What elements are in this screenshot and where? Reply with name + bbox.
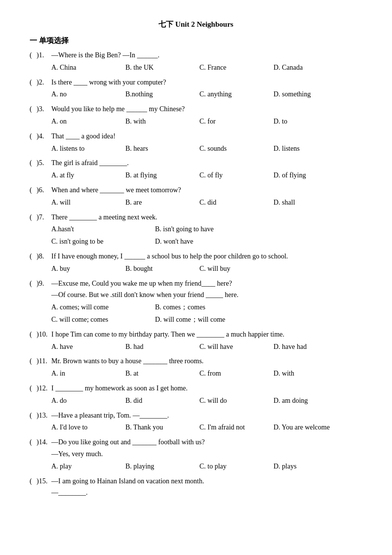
option: D. with	[274, 368, 343, 380]
options-line2: C. will come; comesD. will come；will com…	[51, 314, 362, 326]
options-line: A. doB. didC. will doD. am doing	[51, 395, 362, 407]
option: C. isn't going to be	[51, 236, 150, 248]
option: B. Thank you	[125, 422, 195, 433]
question-text: If I have enough money, I ______ a schoo…	[51, 251, 362, 262]
options-line: A. buyB. boughtC. will buy	[51, 263, 362, 275]
option: C. sounds	[199, 143, 269, 155]
question-block: ()8.If I have enough money, I ______ a s…	[30, 251, 362, 275]
question-text: There ________ a meeting next week.	[51, 212, 362, 223]
options-line: A. inB. atC. fromD. with	[51, 368, 362, 380]
option: C. will have	[199, 341, 269, 353]
question-number: )3.	[37, 103, 51, 115]
question-block: ()7.There ________ a meeting next week.A…	[30, 212, 362, 248]
paren: (	[30, 329, 37, 341]
options-line1: A.hasn'tB. isn't going to have	[51, 223, 362, 235]
question-line-5: ()5.The girl is afraid ________.	[30, 157, 362, 169]
question-line-7: ()7.There ________ a meeting next week.	[30, 212, 362, 223]
question-text: —Have a pleasant trip, Tom. —________.	[51, 410, 362, 422]
option: A. do	[51, 395, 120, 407]
option: B. playing	[125, 461, 195, 472]
question-text: Would you like to help me ______ my Chin…	[51, 103, 362, 115]
question-line-15: ()15.—I am going to Hainan Island on vac…	[30, 475, 362, 487]
question-line-1: ()1.—Where is the Big Ben? —In ______.	[30, 49, 362, 61]
question-line-9: ()9.—Excuse me, Could you wake me up whe…	[30, 278, 362, 290]
question-number: )10.	[37, 329, 51, 341]
question-line-4: ()4.That ____ a good idea!	[30, 130, 362, 142]
question-line-6: ()6.When and where _______ we meet tomor…	[30, 184, 362, 196]
option: B. isn't going to have	[155, 223, 254, 235]
question-block: ()3.Would you like to help me ______ my …	[30, 103, 362, 128]
option: C. I'm afraid not	[199, 422, 269, 433]
option: A. in	[51, 368, 120, 380]
option: D. shall	[274, 197, 343, 209]
question-line-2: ()2.Is there ____ wrong with your comput…	[30, 77, 362, 88]
question-text: I ________ my homework as soon as I get …	[51, 383, 362, 394]
options-line: A. onB. withC. forD. to	[51, 116, 362, 128]
question-number: )2.	[37, 77, 51, 88]
question-text: When and where _______ we meet tomorrow?	[51, 184, 362, 196]
option: C. from	[199, 368, 269, 380]
option: A. play	[51, 461, 120, 472]
option: A. no	[51, 88, 120, 100]
question-line-8: ()8.If I have enough money, I ______ a s…	[30, 251, 362, 262]
question-number: )14.	[37, 436, 51, 448]
question-text2: —________.	[51, 487, 362, 499]
question-number: )13.	[37, 410, 51, 422]
question-number: )4.	[37, 130, 51, 142]
paren: (	[30, 103, 37, 115]
option: B. at	[125, 368, 195, 380]
option: D. am doing	[274, 395, 343, 407]
question-block: ()14.—Do you like going out and _______ …	[30, 436, 362, 472]
question-line-14: ()14.—Do you like going out and _______ …	[30, 436, 362, 448]
paren: (	[30, 212, 37, 223]
paren: (	[30, 251, 37, 262]
options-line1: A. comes; will comeB. comes；comes	[51, 301, 362, 313]
question-text: That ____ a good idea!	[51, 130, 362, 142]
paren: (	[30, 383, 37, 394]
question-text: —I am going to Hainan Island on vacation…	[51, 475, 362, 487]
option: B. comes；comes	[155, 301, 254, 313]
option: B. did	[125, 395, 195, 407]
option: D. of flying	[274, 170, 343, 181]
question-block: ()5.The girl is afraid ________.A. at fl…	[30, 157, 362, 181]
question-line-11: ()11.Mr. Brown wants to buy a house ____…	[30, 355, 362, 367]
option: C. anything	[199, 88, 269, 100]
paren: (	[30, 278, 37, 290]
question-line-12: ()12.I ________ my homework as soon as I…	[30, 383, 362, 394]
option: A. China	[51, 62, 120, 74]
option: B. at flying	[125, 170, 195, 181]
options-line: A. haveB. hadC. will haveD. have had	[51, 341, 362, 353]
option: A.hasn't	[51, 223, 150, 235]
paren: (	[30, 410, 37, 422]
option: C. will come; comes	[51, 314, 150, 326]
question-number: )12.	[37, 383, 51, 394]
question-number: )5.	[37, 157, 51, 169]
options-line: A. listens toB. hearsC. soundsD. listens	[51, 143, 362, 155]
option: A. I'd love to	[51, 422, 120, 433]
paren: (	[30, 436, 37, 448]
question-number: )15.	[37, 475, 51, 487]
option: B. with	[125, 116, 195, 128]
options-line: A. playB. playingC. to playD. plays	[51, 461, 362, 472]
option: B. the UK	[125, 62, 195, 74]
question-text: Mr. Brown wants to buy a house _______ t…	[51, 355, 362, 367]
question-line-13: ()13.—Have a pleasant trip, Tom. —______…	[30, 410, 362, 422]
options-line: A. willB. areC. didD. shall	[51, 197, 362, 209]
option: D. won't have	[155, 236, 254, 248]
question-line-3: ()3.Would you like to help me ______ my …	[30, 103, 362, 115]
option: D. have had	[274, 341, 343, 353]
option: D. something	[274, 88, 343, 100]
question-text: Is there ____ wrong with your computer?	[51, 77, 362, 88]
question-text: I hope Tim can come to my birthday party…	[51, 329, 362, 341]
question-number: )6.	[37, 184, 51, 196]
option: A. on	[51, 116, 120, 128]
options-line: A. at flyB. at flyingC. of flyD. of flyi…	[51, 170, 362, 181]
option: A. at fly	[51, 170, 120, 181]
paren: (	[30, 157, 37, 169]
option: C. will buy	[199, 263, 269, 275]
option: C. will do	[199, 395, 269, 407]
paren: (	[30, 130, 37, 142]
question-number: )9.	[37, 278, 51, 290]
paren: (	[30, 184, 37, 196]
option: B. had	[125, 341, 195, 353]
